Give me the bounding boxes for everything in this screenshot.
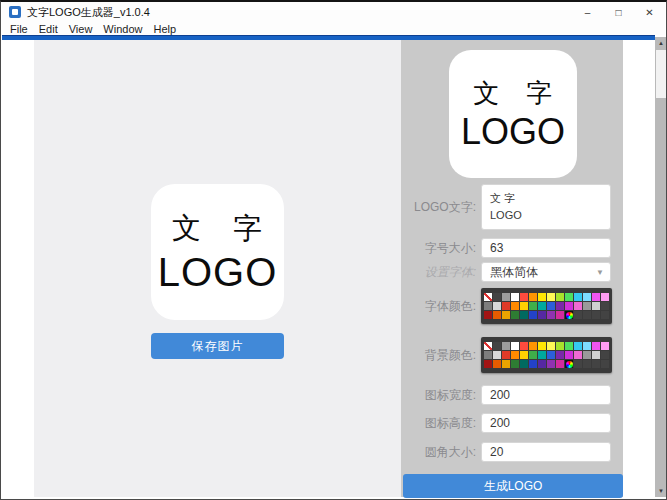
color-swatch[interactable] [574, 311, 582, 319]
color-swatch[interactable] [592, 351, 600, 359]
save-image-button[interactable]: 保存图片 [151, 333, 284, 359]
font-family-select[interactable]: 黑体简体 ▼ [481, 262, 611, 282]
color-swatch[interactable] [538, 311, 546, 319]
color-swatch[interactable] [520, 351, 528, 359]
color-swatch[interactable] [511, 351, 519, 359]
maximize-button[interactable]: □ [603, 2, 634, 22]
color-swatch[interactable] [538, 293, 546, 301]
color-swatch[interactable] [565, 351, 573, 359]
color-swatch[interactable] [502, 360, 510, 368]
color-swatch[interactable] [529, 293, 537, 301]
color-swatch[interactable] [511, 311, 519, 319]
color-swatch[interactable] [484, 302, 492, 310]
color-swatch[interactable] [547, 351, 555, 359]
color-swatch[interactable] [511, 302, 519, 310]
color-swatch[interactable] [574, 351, 582, 359]
color-swatch[interactable] [592, 293, 600, 301]
minimize-button[interactable]: – [572, 2, 603, 22]
menu-item-file[interactable]: File [10, 23, 28, 35]
color-swatch[interactable] [574, 293, 582, 301]
color-swatch[interactable] [601, 351, 609, 359]
menu-item-edit[interactable]: Edit [39, 23, 58, 35]
color-swatch[interactable] [484, 351, 492, 359]
color-swatch[interactable] [583, 302, 591, 310]
scroll-down-icon[interactable]: ▼ [655, 485, 667, 497]
font-size-input[interactable] [481, 238, 611, 258]
color-swatch[interactable] [601, 302, 609, 310]
color-swatch[interactable] [529, 360, 537, 368]
color-swatch[interactable] [538, 342, 546, 350]
color-swatch[interactable] [502, 311, 510, 319]
color-swatch[interactable] [493, 360, 501, 368]
color-swatch[interactable] [502, 302, 510, 310]
color-swatch[interactable] [493, 311, 501, 319]
scrollbar-thumb[interactable] [656, 50, 666, 98]
color-swatch[interactable] [592, 360, 600, 368]
color-swatch[interactable] [565, 302, 573, 310]
icon-width-input[interactable] [481, 385, 611, 405]
color-swatch[interactable] [484, 311, 492, 319]
color-swatch[interactable] [520, 311, 528, 319]
color-swatch[interactable] [547, 342, 555, 350]
color-swatch[interactable] [529, 302, 537, 310]
color-swatch[interactable] [484, 360, 492, 368]
color-swatch[interactable] [547, 293, 555, 301]
color-swatch[interactable] [574, 360, 582, 368]
color-swatch[interactable] [556, 351, 564, 359]
color-swatch[interactable] [484, 342, 492, 350]
color-swatch[interactable] [538, 302, 546, 310]
color-swatch[interactable] [583, 351, 591, 359]
color-swatch[interactable] [493, 342, 501, 350]
color-swatch[interactable] [592, 302, 600, 310]
color-swatch[interactable] [556, 302, 564, 310]
color-swatch[interactable] [538, 360, 546, 368]
color-swatch[interactable] [520, 302, 528, 310]
color-swatch[interactable] [556, 311, 564, 319]
color-swatch[interactable] [583, 311, 591, 319]
color-swatch[interactable] [583, 293, 591, 301]
font-color-palette[interactable] [481, 288, 612, 324]
color-swatch[interactable] [547, 360, 555, 368]
color-swatch[interactable] [484, 293, 492, 301]
color-swatch[interactable] [547, 302, 555, 310]
corner-radius-input[interactable] [481, 442, 611, 462]
vertical-scrollbar[interactable]: ▲ ▼ [655, 37, 667, 497]
color-swatch[interactable] [520, 360, 528, 368]
color-swatch[interactable] [592, 342, 600, 350]
color-swatch[interactable] [574, 302, 582, 310]
color-swatch[interactable] [565, 342, 573, 350]
menu-item-view[interactable]: View [69, 23, 93, 35]
color-swatch[interactable] [556, 360, 564, 368]
color-swatch[interactable] [601, 311, 609, 319]
color-swatch[interactable] [529, 342, 537, 350]
color-swatch[interactable] [502, 351, 510, 359]
color-swatch[interactable] [583, 342, 591, 350]
color-swatch[interactable] [547, 311, 555, 319]
color-swatch[interactable] [493, 293, 501, 301]
menu-item-help[interactable]: Help [153, 23, 176, 35]
scroll-up-icon[interactable]: ▲ [655, 37, 667, 49]
color-swatch[interactable] [502, 342, 510, 350]
color-swatch[interactable] [538, 351, 546, 359]
background-color-palette[interactable] [481, 337, 612, 373]
close-button[interactable]: ✕ [634, 2, 665, 22]
generate-logo-button[interactable]: 生成LOGO [403, 474, 623, 498]
menu-item-window[interactable]: Window [103, 23, 142, 35]
color-swatch[interactable] [565, 360, 573, 368]
color-swatch[interactable] [601, 342, 609, 350]
color-swatch[interactable] [601, 293, 609, 301]
color-swatch[interactable] [529, 351, 537, 359]
color-swatch[interactable] [601, 360, 609, 368]
color-swatch[interactable] [565, 293, 573, 301]
icon-height-input[interactable] [481, 413, 611, 433]
color-swatch[interactable] [592, 311, 600, 319]
color-swatch[interactable] [556, 293, 564, 301]
color-swatch[interactable] [511, 360, 519, 368]
color-swatch[interactable] [520, 293, 528, 301]
color-swatch[interactable] [493, 302, 501, 310]
color-swatch[interactable] [565, 311, 573, 319]
color-swatch[interactable] [520, 342, 528, 350]
color-swatch[interactable] [511, 293, 519, 301]
color-swatch[interactable] [574, 342, 582, 350]
logo-text-input[interactable]: 文 字 LOGO [481, 184, 611, 230]
